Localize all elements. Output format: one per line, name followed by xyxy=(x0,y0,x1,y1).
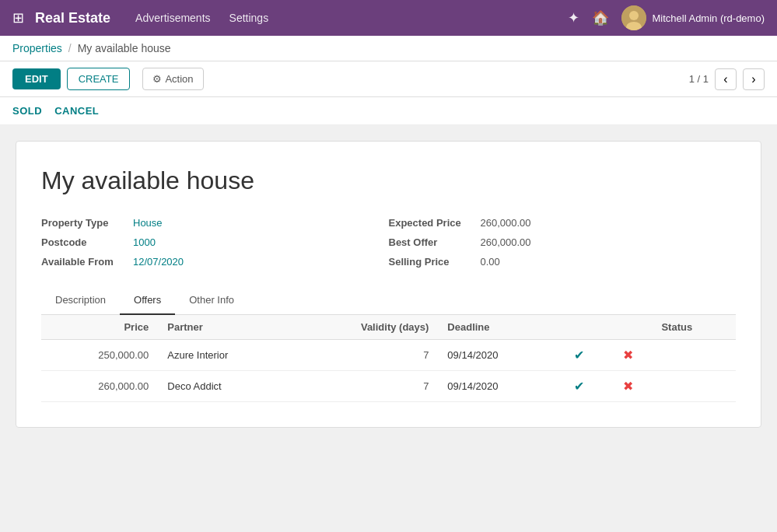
offers-table: Price Partner Validity (days) Deadline S… xyxy=(41,315,736,402)
tab-offers[interactable]: Offers xyxy=(120,286,175,315)
app-title: Real Estate xyxy=(35,10,110,26)
left-fields: Property Type House Postcode 1000 Availa… xyxy=(41,217,389,268)
top-nav: ⊞ Real Estate Advertisements Settings ✦ … xyxy=(0,0,777,36)
row2-reject-button[interactable]: ✖ xyxy=(604,371,652,402)
tab-other-info[interactable]: Other Info xyxy=(175,286,248,315)
property-type-label: Property Type xyxy=(41,217,127,229)
user-name: Mitchell Admin (rd-demo) xyxy=(653,12,765,24)
property-fields: Property Type House Postcode 1000 Availa… xyxy=(41,217,736,268)
nav-links: Advertisements Settings xyxy=(135,12,567,24)
table-row: 250,000.00 Azure Interior 7 09/14/2020 ✔… xyxy=(41,340,736,371)
property-card: My available house Property Type House P… xyxy=(16,141,761,428)
prev-page-button[interactable]: ‹ xyxy=(715,68,737,90)
row1-status xyxy=(652,340,736,371)
breadcrumb-separator: / xyxy=(68,42,72,54)
pagination: 1 / 1 ‹ › xyxy=(689,68,765,90)
row2-price: 260,000.00 xyxy=(41,371,158,402)
table-header-row: Price Partner Validity (days) Deadline S… xyxy=(41,315,736,340)
avatar xyxy=(621,5,646,30)
row1-price: 250,000.00 xyxy=(41,340,158,371)
col-partner: Partner xyxy=(158,315,292,340)
col-reject xyxy=(604,315,652,340)
cancel-button[interactable]: CANCEL xyxy=(54,102,99,120)
cross-icon: ✖ xyxy=(623,348,633,362)
breadcrumb-parent[interactable]: Properties xyxy=(12,42,62,54)
best-offer-label: Best Offer xyxy=(389,236,474,248)
breadcrumb: Properties / My available house xyxy=(0,36,777,61)
col-accept xyxy=(555,315,604,340)
row1-accept-button[interactable]: ✔ xyxy=(555,340,604,371)
tabs: Description Offers Other Info xyxy=(41,286,736,315)
status-bar: SOLD CANCEL xyxy=(0,97,777,125)
row2-deadline: 09/14/2020 xyxy=(438,371,555,402)
cross-icon: ✖ xyxy=(623,380,633,393)
available-from-label: Available From xyxy=(41,256,127,268)
tab-description[interactable]: Description xyxy=(41,286,120,315)
nav-settings[interactable]: Settings xyxy=(229,12,269,24)
next-page-button[interactable]: › xyxy=(743,68,765,90)
available-from-value: 12/07/2020 xyxy=(133,256,184,268)
main-content: My available house Property Type House P… xyxy=(0,125,777,528)
star-icon[interactable]: ✦ xyxy=(568,9,579,26)
property-title: My available house xyxy=(41,166,736,195)
selling-price-label: Selling Price xyxy=(389,256,474,268)
expected-price-field: Expected Price 260,000.00 xyxy=(389,217,737,229)
action-button[interactable]: ⚙ Action xyxy=(142,68,203,90)
col-validity: Validity (days) xyxy=(292,315,438,340)
grid-icon[interactable]: ⊞ xyxy=(12,9,24,26)
right-fields: Expected Price 260,000.00 Best Offer 260… xyxy=(389,217,737,268)
toolbar: EDIT CREATE ⚙ Action 1 / 1 ‹ › xyxy=(0,61,777,97)
col-deadline: Deadline xyxy=(438,315,555,340)
breadcrumb-current: My available house xyxy=(78,42,171,54)
check-icon: ✔ xyxy=(574,380,584,393)
table-row: 260,000.00 Deco Addict 7 09/14/2020 ✔ ✖ xyxy=(41,371,736,402)
row2-validity: 7 xyxy=(292,371,438,402)
action-label: Action xyxy=(165,73,193,85)
postcode-label: Postcode xyxy=(41,236,127,248)
home-icon[interactable]: 🏠 xyxy=(592,9,609,26)
row2-status xyxy=(652,371,736,402)
expected-price-value: 260,000.00 xyxy=(481,217,531,229)
create-button[interactable]: CREATE xyxy=(67,68,131,90)
nav-right: ✦ 🏠 Mitchell Admin (rd-demo) xyxy=(568,5,765,30)
check-icon: ✔ xyxy=(574,348,584,362)
row2-partner: Deco Addict xyxy=(158,371,292,402)
col-price: Price xyxy=(41,315,158,340)
svg-point-1 xyxy=(629,11,639,20)
selling-price-value: 0.00 xyxy=(481,256,500,268)
selling-price-field: Selling Price 0.00 xyxy=(389,256,737,268)
user-menu[interactable]: Mitchell Admin (rd-demo) xyxy=(621,5,765,30)
row1-validity: 7 xyxy=(292,340,438,371)
row1-reject-button[interactable]: ✖ xyxy=(604,340,652,371)
row1-partner: Azure Interior xyxy=(158,340,292,371)
expected-price-label: Expected Price xyxy=(389,217,474,229)
pagination-label: 1 / 1 xyxy=(689,73,709,85)
row2-accept-button[interactable]: ✔ xyxy=(555,371,604,402)
gear-icon: ⚙ xyxy=(152,73,162,85)
col-status: Status xyxy=(652,315,736,340)
available-from-field: Available From 12/07/2020 xyxy=(41,256,389,268)
property-type-value: House xyxy=(133,217,163,229)
postcode-field: Postcode 1000 xyxy=(41,236,389,248)
nav-advertisements[interactable]: Advertisements xyxy=(135,12,210,24)
best-offer-value: 260,000.00 xyxy=(481,236,531,248)
best-offer-field: Best Offer 260,000.00 xyxy=(389,236,737,248)
edit-button[interactable]: EDIT xyxy=(12,68,61,89)
property-type-field: Property Type House xyxy=(41,217,389,229)
sold-button[interactable]: SOLD xyxy=(12,102,42,120)
postcode-value: 1000 xyxy=(133,236,156,248)
row1-deadline: 09/14/2020 xyxy=(438,340,555,371)
